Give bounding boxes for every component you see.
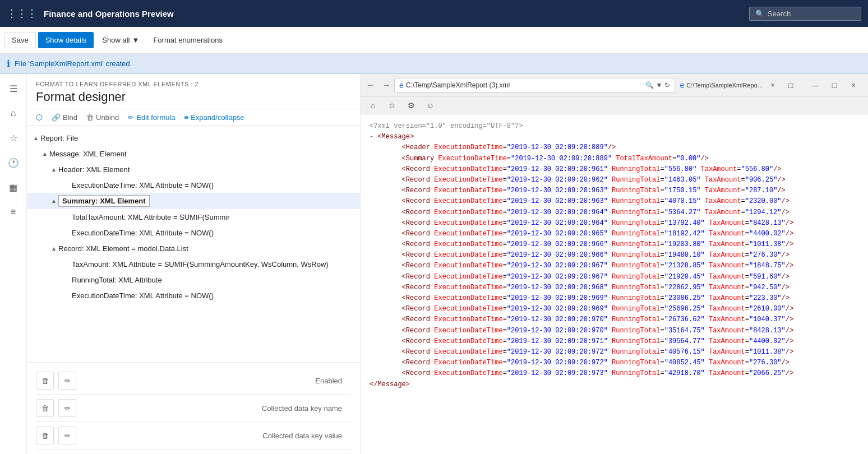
browser-star-icon[interactable]: ☆ <box>384 98 400 113</box>
xml-record-16: <Record ExecutionDateTime="2019-12-30 02… <box>370 326 859 336</box>
expand-collapse-button[interactable]: ≡ Expand/collapse <box>184 113 244 122</box>
home-icon[interactable]: ⌂ <box>365 98 381 113</box>
top-nav-bar: ⋮⋮⋮ Finance and Operations Preview 🔍 Sea… <box>0 0 868 27</box>
sidebar-hamburger-icon[interactable]: ☰ <box>3 78 24 99</box>
browser-frame: ← → e C:\Temp\SampleXmlReport (3).xml 🔍 … <box>361 74 868 454</box>
browser-toolbar: e C:\Temp\SampleXmlRepo... × □ <box>675 77 803 93</box>
tree-item-exec-summary[interactable]: ExecutionDateTime: XML Attribute = NOW() <box>27 225 360 240</box>
tree-toggle-exec-summary <box>63 228 72 237</box>
prop-label-enabled: Enabled <box>81 377 351 385</box>
tree-item-header[interactable]: ▲ Header: XML Element <box>27 161 360 177</box>
xml-record-20: <Record ExecutionDateTime="2019-12-30 02… <box>370 368 859 379</box>
search-icon: 🔍 <box>755 10 764 18</box>
unbind-button[interactable]: 🗑 Unbind <box>86 113 119 122</box>
tree-item-summary[interactable]: ▲ Summary: XML Element <box>27 193 360 209</box>
delete-keyname-button[interactable]: 🗑 <box>36 399 54 417</box>
tree-label-exec-summary: ExecutionDateTime: XML Attribute = NOW() <box>72 229 214 237</box>
sidebar-list-icon[interactable]: ≡ <box>3 202 24 222</box>
ie-icon-2: e <box>680 81 684 90</box>
sidebar-star-icon[interactable]: ☆ <box>3 128 24 148</box>
chevron-down-icon: ▼ <box>132 36 140 44</box>
tree-toggle-record[interactable]: ▲ <box>49 244 58 253</box>
xml-header-line: <Header ExecutionDateTime="2019-12-30 02… <box>370 142 859 153</box>
tree-item-exec-record[interactable]: ExecutionDateTime: XML Attribute = NOW() <box>27 288 360 303</box>
tree-label-exec-header: ExecutionDateTime: XML Attribute = NOW() <box>72 181 214 189</box>
xml-record-11: <Record ExecutionDateTime="2019-12-30 02… <box>370 272 859 282</box>
xml-message-close: </Message> <box>370 379 859 390</box>
format-enumerations-button[interactable]: Format enumerations <box>147 33 228 48</box>
edit-enabled-button[interactable]: ✏ <box>58 372 76 390</box>
expand-label: Expand/collapse <box>191 113 244 122</box>
app-title: Finance and Operations Preview <box>44 9 742 18</box>
tab-close-2[interactable]: × <box>765 77 781 93</box>
new-tab-button[interactable]: □ <box>783 77 798 93</box>
search-box[interactable]: 🔍 Search <box>749 7 861 21</box>
grid-icon[interactable]: ⋮⋮⋮ <box>7 7 37 20</box>
bind-label: Bind <box>63 113 77 122</box>
xml-record-3: <Record ExecutionDateTime="2019-12-30 02… <box>370 186 859 196</box>
browser-second-row: ⌂ ☆ ⚙ ☺ <box>361 96 868 114</box>
action-bar: ⬡ 🔗 Bind 🗑 Unbind ✏ Edit formula ≡ Expan… <box>27 109 360 126</box>
tree-item-message[interactable]: ▲ Message: XML Element <box>27 146 360 161</box>
xml-record-18: <Record ExecutionDateTime="2019-12-30 02… <box>370 347 859 358</box>
xml-record-12: <Record ExecutionDateTime="2019-12-30 02… <box>370 282 859 293</box>
delete-keyvalue-button[interactable]: 🗑 <box>36 427 54 444</box>
tree-toggle-running-total <box>63 275 72 284</box>
sidebar-home-icon[interactable]: ⌂ <box>3 103 24 123</box>
forward-button[interactable]: → <box>378 77 394 93</box>
xml-record-1: <Record ExecutionDateTime="2019-12-30 02… <box>370 164 859 175</box>
tree-label-running-total: RunningTotal: XML Attribute <box>72 276 162 284</box>
xml-record-8: <Record ExecutionDateTime="2019-12-30 02… <box>370 239 859 250</box>
tree-item-exec-header[interactable]: ExecutionDateTime: XML Attribute = NOW() <box>27 177 360 193</box>
edit-keyvalue-button[interactable]: ✏ <box>58 427 76 444</box>
xml-record-6: <Record ExecutionDateTime="2019-12-30 02… <box>370 218 859 229</box>
show-details-button[interactable]: Show details <box>38 32 94 48</box>
tree-toggle-summary[interactable]: ▲ <box>49 197 58 206</box>
settings-icon[interactable]: ⚙ <box>403 98 419 113</box>
tree-item-record[interactable]: ▲ Record: XML Element = model.Data.List <box>27 240 360 256</box>
tree-label-message: Message: XML Element <box>49 150 127 158</box>
maximize-button[interactable]: □ <box>827 77 842 93</box>
minimize-button[interactable]: — <box>807 77 823 93</box>
prop-row-key-value: 🗑 ✏ Collected data key value <box>36 422 351 450</box>
browser-top-row: ← → e C:\Temp\SampleXmlReport (3).xml 🔍 … <box>361 74 868 96</box>
address-dropdown-icon[interactable]: ▼ <box>656 81 663 89</box>
tree-toggle-message[interactable]: ▲ <box>40 149 49 158</box>
back-button[interactable]: ← <box>363 77 378 93</box>
tree-item-total-tax[interactable]: TotalTaxAmount: XML Attribute = SUMIF(Su… <box>27 209 360 225</box>
info-bar: ℹ File 'SampleXmlReport.xml' created <box>0 54 868 74</box>
toolbar: Save Show details Show all ▼ Format enum… <box>0 27 868 54</box>
prop-label-key-value: Collected data key value <box>81 432 351 440</box>
tree-item-report[interactable]: ▲ Report: File <box>27 130 360 146</box>
refresh-icon[interactable]: ↻ <box>664 81 670 89</box>
sidebar-icons: ☰ ⌂ ☆ 🕐 ▦ ≡ <box>0 74 27 454</box>
show-all-button[interactable]: Show all ▼ <box>96 32 145 48</box>
filter-icon[interactable]: ⬡ <box>36 113 43 122</box>
prop-label-key-name: Collected data key name <box>81 404 351 413</box>
save-button[interactable]: Save <box>4 32 36 48</box>
tree-toggle-tax-amount <box>63 260 72 268</box>
tree-item-tax-amount[interactable]: TaxAmount: XML Attribute = SUMIF(Summing… <box>27 256 360 272</box>
tree-toggle-report[interactable]: ▲ <box>31 133 40 142</box>
address-search-icon[interactable]: 🔍 <box>645 81 654 89</box>
edit-formula-button[interactable]: ✏ Edit formula <box>128 113 175 122</box>
info-icon: ℹ <box>7 58 10 69</box>
sidebar-recent-icon[interactable]: 🕐 <box>3 152 24 173</box>
address-bar[interactable]: e C:\Temp\SampleXmlReport (3).xml 🔍 ▼ ↻ <box>394 78 675 92</box>
xml-summary-line: <Summary ExecutionDateTime="2019-12-30 0… <box>370 154 859 164</box>
tree-label-exec-record: ExecutionDateTime: XML Attribute = NOW() <box>72 291 214 300</box>
smiley-icon[interactable]: ☺ <box>422 98 438 113</box>
edit-formula-label: Edit formula <box>136 113 175 122</box>
edit-keyname-button[interactable]: ✏ <box>58 399 76 417</box>
delete-enabled-button[interactable]: 🗑 <box>36 372 54 390</box>
window-close-button[interactable]: × <box>846 77 861 93</box>
sidebar-calendar-icon[interactable]: ▦ <box>3 177 24 197</box>
xml-record-7: <Record ExecutionDateTime="2019-12-30 02… <box>370 229 859 239</box>
xml-record-5: <Record ExecutionDateTime="2019-12-30 02… <box>370 207 859 218</box>
bind-icon: 🔗 <box>52 113 61 122</box>
tree-label-header: Header: XML Element <box>58 165 130 174</box>
tree-toggle-header[interactable]: ▲ <box>49 165 58 174</box>
tree-toggle-total-tax <box>63 212 72 221</box>
bind-button[interactable]: 🔗 Bind <box>52 113 77 122</box>
tree-item-running-total[interactable]: RunningTotal: XML Attribute <box>27 272 360 288</box>
